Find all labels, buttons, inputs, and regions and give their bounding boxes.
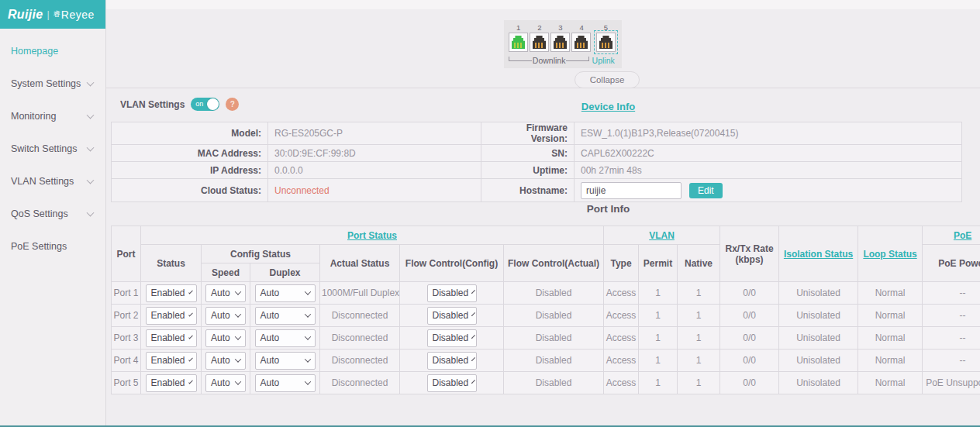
status-select[interactable]: Enabled	[146, 284, 197, 302]
port-number: 3	[550, 23, 570, 32]
speed-select[interactable]: Auto	[205, 352, 246, 370]
flow-actual-value: Disabled	[504, 372, 604, 394]
type-value: Access	[604, 282, 639, 305]
speed-select[interactable]: Auto	[205, 374, 246, 392]
chevron-down-icon	[87, 79, 95, 87]
mac-value: 30:0D:9E:CF:99:8D	[268, 145, 481, 162]
collapse-button[interactable]: Collapse	[575, 71, 640, 88]
chevron-down-icon	[304, 288, 310, 294]
port-group-labels: Downlink Uplink	[509, 56, 617, 65]
section-divider: Collapse	[106, 88, 980, 88]
port-5-uplink-icon[interactable]	[596, 33, 616, 52]
port-panel: 1 2 3 4 5 Downlink	[504, 20, 622, 68]
chevron-down-icon	[235, 288, 241, 294]
loop-status-link[interactable]: Loop Status	[858, 226, 923, 282]
top-strip	[106, 0, 980, 9]
mac-label: MAC Address:	[112, 145, 268, 162]
type-value: Access	[604, 327, 639, 350]
loop-value: Normal	[858, 305, 923, 327]
permit-value: 1	[639, 372, 678, 394]
duplex-select[interactable]: Auto	[255, 284, 316, 302]
rate-value: 0/0	[720, 327, 779, 350]
ip-value: 0.0.0.0	[268, 162, 481, 179]
status-select[interactable]: Enabled	[146, 374, 197, 392]
port-number: 2	[530, 23, 549, 32]
sidebar-item-homepage[interactable]: Homepage	[0, 35, 105, 67]
port-name: Port 1	[112, 282, 141, 305]
duplex-select[interactable]: Auto	[255, 352, 316, 370]
port-name: Port 4	[112, 350, 141, 372]
col-config-status: Config Status	[202, 245, 320, 263]
actual-status-value: Disconnected	[320, 350, 400, 372]
loop-value: Normal	[858, 327, 923, 350]
chevron-down-icon	[235, 333, 241, 339]
sidebar-item-vlan-settings[interactable]: VLAN Settings	[0, 165, 105, 198]
speed-select[interactable]: Auto	[205, 329, 246, 347]
chevron-down-icon	[471, 312, 475, 316]
status-select[interactable]: Enabled	[146, 329, 197, 347]
table-row: Cloud Status: Unconnected Hostname: Edit	[112, 179, 962, 202]
brand-reyee-glyph: 睿	[53, 9, 60, 19]
isolation-status-link[interactable]: Isolation Status	[779, 226, 858, 282]
edit-button[interactable]: Edit	[689, 183, 723, 198]
downlink-bracket: Downlink	[509, 56, 589, 65]
table-row: IP Address: 0.0.0.0 Uptime: 00h 27min 48…	[112, 162, 962, 179]
port-4-icon[interactable]	[571, 33, 591, 52]
port-1-icon[interactable]	[509, 33, 528, 52]
flow-control-select[interactable]: Disabled	[427, 352, 477, 370]
table-row: Port 2 Enabled Auto Auto Disconnected Di…	[112, 305, 980, 327]
port-name: Port 5	[112, 372, 141, 394]
chevron-down-icon	[471, 357, 475, 361]
flow-actual-value: Disabled	[504, 282, 604, 305]
chevron-down-icon	[235, 311, 241, 317]
port-2-icon[interactable]	[530, 33, 549, 52]
status-select[interactable]: Enabled	[146, 307, 197, 325]
port-status-link[interactable]: Port Status	[141, 226, 604, 245]
poe-power-value: --	[923, 350, 980, 372]
page-title: Port Info	[587, 203, 630, 215]
main-content: 1 2 3 4 5 Downlink	[106, 0, 980, 427]
brand-logo: Ruijie | 睿 Reyee	[0, 0, 105, 29]
sidebar-item-poe-settings[interactable]: PoE Settings	[0, 230, 105, 263]
hostname-input[interactable]	[581, 182, 682, 199]
device-info-link[interactable]: Device Info	[581, 101, 635, 112]
duplex-select[interactable]: Auto	[255, 329, 316, 347]
poe-link[interactable]: PoE	[923, 226, 980, 245]
permit-value: 1	[639, 350, 678, 372]
flow-actual-value: Disabled	[504, 305, 604, 327]
port-info-table: Port Port Status VLAN Rx/Tx Rate (kbps) …	[111, 226, 980, 394]
sidebar-item-qos-settings[interactable]: QoS Settings	[0, 198, 105, 230]
duplex-select[interactable]: Auto	[255, 374, 316, 392]
ip-label: IP Address:	[112, 162, 268, 179]
col-native: Native	[678, 245, 720, 282]
vlan-link[interactable]: VLAN	[604, 226, 720, 245]
sidebar-item-switch-settings[interactable]: Switch Settings	[0, 133, 105, 165]
chevron-down-icon	[87, 144, 95, 152]
col-rxtx-rate: Rx/Tx Rate (kbps)	[720, 226, 779, 282]
duplex-select[interactable]: Auto	[255, 307, 316, 325]
poe-power-value: --	[923, 305, 980, 327]
speed-select[interactable]: Auto	[205, 284, 246, 302]
loop-value: Normal	[858, 282, 923, 305]
flow-control-select[interactable]: Disabled	[427, 284, 477, 302]
flow-control-select[interactable]: Disabled	[427, 307, 477, 325]
sidebar-item-monitoring[interactable]: Monitoring	[0, 100, 105, 133]
uptime-label: Uptime:	[481, 162, 575, 179]
port-3-icon[interactable]	[550, 33, 570, 52]
col-flow-control-config: Flow Control(Config)	[400, 245, 504, 282]
isolation-value: Unisolated	[779, 327, 858, 350]
uptime-value: 00h 27min 48s	[575, 162, 962, 179]
native-value: 1	[678, 305, 720, 327]
actual-status-value: Disconnected	[320, 372, 400, 394]
app-window: Ruijie | 睿 Reyee Homepage System Setting…	[0, 0, 980, 427]
actual-status-value: Disconnected	[320, 327, 400, 350]
sidebar-item-label: Switch Settings	[11, 143, 77, 154]
hostname-label: Hostname:	[481, 179, 575, 202]
speed-select[interactable]: Auto	[205, 307, 246, 325]
flow-control-select[interactable]: Disabled	[427, 329, 477, 347]
loop-value: Normal	[858, 372, 923, 394]
status-select[interactable]: Enabled	[146, 352, 197, 370]
flow-control-select[interactable]: Disabled	[427, 374, 477, 392]
sidebar-item-system-settings[interactable]: System Settings	[0, 67, 105, 100]
chevron-down-icon	[188, 380, 193, 384]
